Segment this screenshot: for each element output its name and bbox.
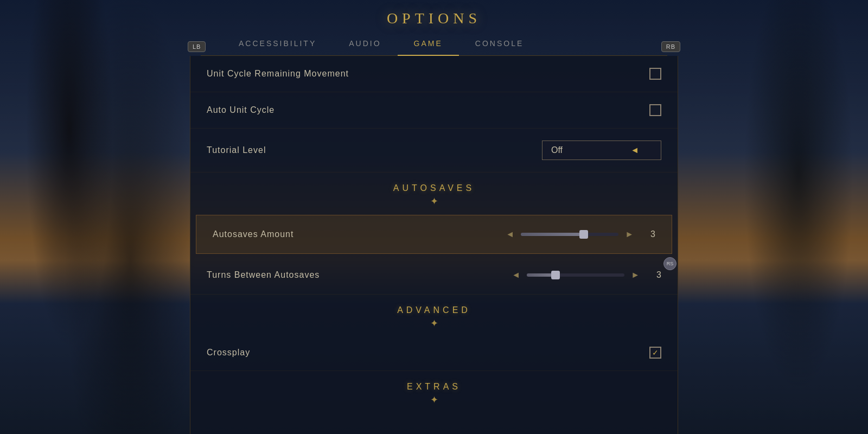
unit-cycle-label: Unit Cycle Remaining Movement [207, 69, 349, 79]
tab-console[interactable]: CONSOLE [459, 31, 540, 55]
turns-between-autosaves-value: 3 [650, 270, 661, 280]
autosaves-amount-fill [521, 233, 584, 236]
turns-between-autosaves-slider-container: ◄ ► 3 [509, 268, 661, 282]
option-row-crossplay: Crossplay [190, 335, 678, 371]
dropdown-arrow-icon: ◄ [630, 145, 639, 155]
autosaves-amount-thumb[interactable] [579, 230, 588, 239]
auto-unit-cycle-checkbox[interactable] [649, 104, 661, 116]
option-row-turns-between-autosaves: Turns Between Autosaves ◄ ► 3 [190, 256, 678, 295]
tutorial-level-value: Off [551, 145, 563, 155]
option-row-unit-cycle: Unit Cycle Remaining Movement [190, 56, 678, 92]
extras-ornament: ✦ [430, 394, 438, 406]
advanced-title: ADVANCED [397, 305, 471, 315]
extras-title: EXTRAS [407, 382, 461, 392]
turns-between-autosaves-label: Turns Between Autosaves [207, 270, 320, 280]
rb-button[interactable]: RB [661, 41, 680, 52]
autosaves-amount-label: Autosaves Amount [213, 229, 293, 239]
auto-unit-cycle-label: Auto Unit Cycle [207, 105, 275, 115]
rs-button[interactable]: RS [663, 257, 676, 270]
crossplay-label: Crossplay [207, 348, 250, 358]
option-row-auto-unit-cycle: Auto Unit Cycle [190, 92, 678, 129]
autosaves-ornament: ✦ [430, 195, 438, 207]
tab-accessibility[interactable]: ACCESSIBILITY [222, 31, 333, 55]
autosaves-title: AUTOSAVES [393, 183, 475, 193]
options-panel: OPTIONS LB RB ACCESSIBILITY AUDIO GAME C… [190, 0, 678, 434]
unit-cycle-checkbox[interactable] [649, 68, 661, 80]
tutorial-level-dropdown[interactable]: Off ◄ [542, 141, 661, 160]
panel-title: OPTIONS [387, 0, 481, 27]
autosaves-amount-slider-container: ◄ ► 3 [503, 227, 655, 241]
autosaves-amount-increase-icon[interactable]: ► [623, 227, 636, 241]
turns-between-autosaves-increase-icon[interactable]: ► [629, 268, 642, 282]
lb-button[interactable]: LB [188, 41, 206, 52]
turns-between-autosaves-track [527, 273, 624, 277]
extras-section-header: EXTRAS ✦ [190, 371, 678, 411]
autosaves-amount-track [521, 233, 618, 236]
content-area: Unit Cycle Remaining Movement Auto Unit … [190, 56, 678, 434]
tab-bar: ACCESSIBILITY AUDIO GAME CONSOLE [201, 31, 667, 56]
turns-between-autosaves-decrease-icon[interactable]: ◄ [509, 268, 522, 282]
turns-between-autosaves-thumb[interactable] [551, 271, 560, 279]
option-row-tutorial-level: Tutorial Level Off ◄ [190, 129, 678, 173]
tab-audio[interactable]: AUDIO [333, 31, 397, 55]
autosaves-amount-decrease-icon[interactable]: ◄ [503, 227, 516, 241]
option-row-autosaves-amount: Autosaves Amount ◄ ► 3 [196, 215, 672, 254]
autosaves-amount-value: 3 [644, 229, 655, 239]
advanced-section-header: ADVANCED ✦ [190, 295, 678, 335]
crossplay-checkbox[interactable] [649, 347, 661, 359]
advanced-ornament: ✦ [430, 317, 438, 329]
autosaves-section-header: AUTOSAVES ✦ [190, 173, 678, 213]
tutorial-level-label: Tutorial Level [207, 145, 266, 155]
tab-game[interactable]: GAME [398, 31, 459, 55]
tab-bar-container: LB RB ACCESSIBILITY AUDIO GAME CONSOLE [190, 31, 678, 56]
